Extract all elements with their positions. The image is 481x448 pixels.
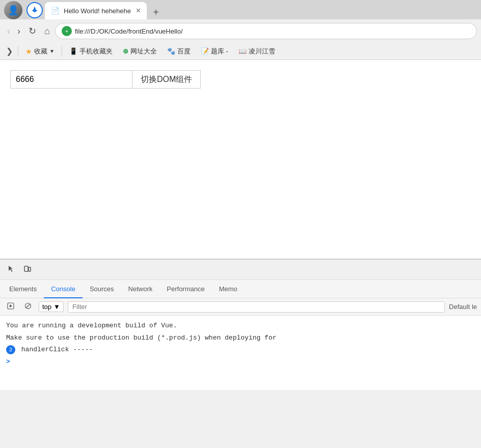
page-controls: 切换DOM组件: [10, 70, 471, 89]
devtools-panel: Elements Console Sources Network Perform…: [0, 259, 481, 390]
svg-line-5: [26, 304, 30, 308]
default-levels-label: Default le: [449, 303, 477, 311]
avatar: 👤: [4, 1, 22, 19]
svg-marker-3: [10, 304, 12, 307]
bookmark-label: 凌川江雪: [249, 47, 275, 56]
switch-dom-button[interactable]: 切换DOM组件: [132, 70, 201, 89]
tab-performance[interactable]: Performance: [159, 280, 211, 298]
address-bar[interactable]: + file:///D:/OK/Code/frontEnd/vueHello/: [55, 23, 477, 39]
console-line-handler: 2 handlerClick -----: [6, 344, 475, 356]
console-output: You are running a development build of V…: [0, 316, 481, 390]
console-badge: 2: [6, 345, 15, 354]
devtools-toolbar: [0, 260, 481, 280]
baidu-icon: 🐾: [167, 47, 175, 55]
console-line: You are running a development build of V…: [6, 320, 475, 332]
navigate-button[interactable]: [26, 2, 43, 18]
tab-sources[interactable]: Sources: [83, 280, 121, 298]
bookmark-quiz[interactable]: 📝 题库 -: [197, 46, 232, 57]
console-block-button[interactable]: [21, 301, 35, 312]
bookmark-baidu[interactable]: 🐾 百度: [163, 46, 195, 57]
forward-button[interactable]: ›: [14, 24, 23, 39]
tab-bar: 👤 📄 Hello World! hehehehe × +: [0, 0, 481, 19]
devtools-tabs: Elements Console Sources Network Perform…: [0, 280, 481, 298]
reload-button[interactable]: ↻: [25, 23, 39, 39]
console-run-button[interactable]: [4, 301, 17, 312]
console-line: Make sure to use the production build (*…: [6, 332, 475, 344]
navigation-bar: ‹ › ↻ ⌂ + file:///D:/OK/Code/frontEnd/vu…: [0, 19, 481, 43]
home-button[interactable]: ⌂: [41, 24, 53, 39]
tab-title: Hello World! hehehehe: [64, 7, 132, 15]
svg-rect-1: [29, 267, 31, 271]
browser-tab[interactable]: 📄 Hello World! hehehehe ×: [45, 2, 147, 19]
tab-close-button[interactable]: ×: [136, 7, 141, 15]
bookmark-label: 百度: [177, 47, 191, 56]
new-tab-button[interactable]: +: [149, 5, 163, 19]
tab-console[interactable]: Console: [44, 280, 83, 298]
bookmark-nav[interactable]: ⊕ 网址大全: [119, 46, 161, 57]
security-icon: +: [62, 26, 72, 36]
quiz-icon: 📝: [201, 47, 209, 55]
divider: [18, 46, 18, 57]
svg-rect-0: [24, 266, 28, 271]
value-input[interactable]: [10, 70, 132, 89]
bookmark-label: 手机收藏夹: [79, 47, 113, 56]
bookmark-favorites[interactable]: ★ 收藏 ▼: [21, 46, 59, 57]
mobile-icon: 📱: [69, 47, 77, 55]
tab-memory[interactable]: Memo: [212, 280, 245, 298]
divider2: [62, 46, 62, 57]
console-prompt-icon: >: [6, 358, 10, 366]
bookmark-label: 收藏: [34, 47, 47, 56]
device-toggle-button[interactable]: [20, 263, 35, 277]
nav-icon: ⊕: [123, 47, 128, 55]
book-icon: 📖: [238, 47, 247, 55]
tab-favicon: 📄: [51, 7, 60, 15]
bookmark-lingchuan[interactable]: 📖 凌川江雪: [234, 46, 279, 57]
tab-elements[interactable]: Elements: [2, 280, 44, 298]
bookmarks-bar: ❯ ★ 收藏 ▼ 📱 手机收藏夹 ⊕ 网址大全 🐾 百度 📝 题库 - 📖 凌川…: [0, 43, 481, 60]
bookmark-mobile[interactable]: 📱 手机收藏夹: [65, 46, 117, 57]
back-button[interactable]: ‹: [4, 24, 13, 39]
nav-arrows: ‹ ›: [4, 24, 23, 39]
chevron-down-icon: ▼: [54, 303, 60, 311]
context-value: top: [42, 303, 51, 311]
bookmark-label: 题库 -: [211, 47, 228, 56]
bookmark-label: 网址大全: [130, 47, 157, 56]
console-filter-input[interactable]: [68, 301, 445, 313]
context-selector[interactable]: top ▼: [39, 301, 64, 312]
bookmarks-toggle[interactable]: ❯: [4, 45, 15, 57]
console-handler-text: handlerClick -----: [21, 346, 93, 353]
console-prompt-line[interactable]: >: [6, 356, 475, 368]
page-content: 切换DOM组件: [0, 60, 481, 259]
address-text: file:///D:/OK/Code/frontEnd/vueHello/: [75, 27, 183, 35]
tab-network[interactable]: Network: [121, 280, 160, 298]
star-icon: ★: [25, 47, 32, 55]
inspect-element-button[interactable]: [4, 263, 18, 277]
console-toolbar: top ▼ Default le: [0, 298, 481, 316]
chevron-icon: ▼: [49, 48, 55, 54]
